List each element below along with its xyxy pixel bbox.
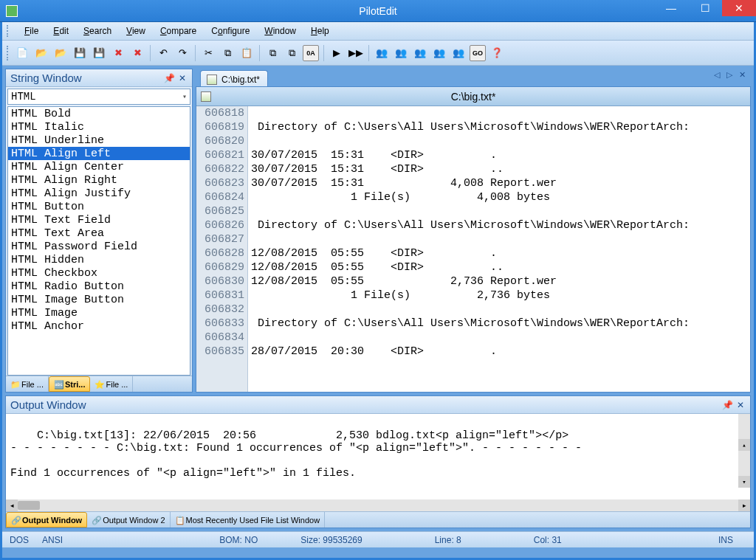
- open-folder2-icon[interactable]: 📂: [52, 45, 69, 61]
- string-list-item[interactable]: HTML Text Area: [8, 227, 190, 240]
- string-window-panel: String Window 📌 ✕ HTML ▾ HTML BoldHTML I…: [5, 69, 193, 393]
- document-icon: [201, 91, 211, 102]
- group5-icon[interactable]: 👥: [450, 45, 467, 61]
- scroll-up-icon[interactable]: ▴: [738, 439, 750, 451]
- fast-fwd-icon[interactable]: ▶▶: [348, 45, 364, 61]
- help-icon[interactable]: ❓: [489, 45, 505, 61]
- redo-icon[interactable]: ↷: [174, 45, 190, 61]
- hex-icon[interactable]: 0A: [303, 45, 319, 61]
- status-bom: BOM: NO: [219, 535, 258, 545]
- tab-icon: 📁: [10, 380, 19, 389]
- output-text: C:\big.txt[13]: 22/06/2015 20:56 2,530 b…: [10, 429, 582, 480]
- editor-tab-label: C:\big.txt*: [221, 75, 260, 85]
- editor-tab[interactable]: C:\big.txt*: [200, 70, 268, 86]
- pin-icon[interactable]: 📌: [164, 73, 174, 83]
- editor-panel: C:\big.txt* ◁ ▷ ✕ C:\big.txt* 606818 606…: [196, 69, 751, 393]
- string-list-item[interactable]: HTML Password Field: [8, 240, 190, 253]
- scroll-right-icon[interactable]: ▸: [738, 499, 750, 511]
- tab-icon: 🔗: [11, 516, 20, 525]
- string-list-item[interactable]: HTML Align Right: [8, 173, 190, 187]
- maximize-button[interactable]: ☐: [688, 0, 722, 16]
- editor-body: C:\big.txt* 606818 606819 606820 606821 …: [196, 86, 751, 393]
- scroll-thumb[interactable]: [18, 501, 40, 510]
- toolbar: 📄📂📂💾💾✖✖↶↷✂⧉📋⧉⧉0A▶▶▶👥👥👥👥👥GO❓: [2, 41, 754, 66]
- string-list-item[interactable]: HTML Align Left: [8, 147, 190, 160]
- group2-icon[interactable]: 👥: [393, 45, 409, 61]
- paste-doc-icon[interactable]: ⧉: [284, 45, 300, 61]
- status-line: Line: 8: [435, 535, 461, 545]
- menu-help[interactable]: Help: [308, 24, 332, 38]
- string-list-item[interactable]: HTML Image Button: [8, 293, 190, 306]
- editor-content[interactable]: 606818 606819 606820 606821 606822 60682…: [196, 106, 750, 392]
- save-all-icon[interactable]: 💾: [91, 45, 107, 61]
- undo-icon[interactable]: ↶: [155, 45, 171, 61]
- string-list-item[interactable]: HTML Underline: [8, 134, 190, 147]
- document-icon: [207, 75, 217, 85]
- string-list-item[interactable]: HTML Hidden: [8, 253, 190, 266]
- output-tab[interactable]: 📋Most Recently Used File List Window: [171, 512, 326, 528]
- menu-window[interactable]: Window: [261, 24, 299, 38]
- menu-file[interactable]: File: [21, 24, 41, 38]
- status-bar: DOS ANSI BOM: NO Size: 99535269 Line: 8 …: [2, 531, 754, 547]
- menu-bar: File Edit Search View Compare Configure …: [2, 22, 754, 41]
- status-encoding2: ANSI: [42, 535, 63, 545]
- string-window-tab[interactable]: 📁File ...: [6, 376, 49, 392]
- string-list-item[interactable]: HTML Checkbox: [8, 266, 190, 280]
- group3-icon[interactable]: 👥: [412, 45, 428, 61]
- string-list-item[interactable]: HTML Italic: [8, 120, 190, 134]
- string-list-item[interactable]: HTML Bold: [8, 107, 190, 120]
- menu-compare[interactable]: Compare: [157, 24, 199, 38]
- app-icon: [6, 5, 18, 17]
- string-list-item[interactable]: HTML Anchor: [8, 319, 190, 333]
- output-title-bar: Output Window 📌 ✕: [6, 396, 750, 414]
- status-encoding1: DOS: [10, 535, 29, 545]
- new-file-icon[interactable]: 📄: [14, 45, 30, 61]
- output-tab[interactable]: 🔗Output Window: [6, 512, 87, 528]
- string-window-tab[interactable]: ⭐File ...: [90, 376, 133, 392]
- close-panel-icon[interactable]: ✕: [735, 400, 746, 410]
- group1-icon[interactable]: 👥: [374, 45, 390, 61]
- play-icon[interactable]: ▶: [329, 45, 345, 61]
- horizontal-scrollbar[interactable]: ◂ ▸: [6, 499, 750, 511]
- tab-icon: 📋: [175, 516, 184, 525]
- close-panel-icon[interactable]: ✕: [177, 73, 188, 83]
- menu-edit[interactable]: Edit: [50, 24, 72, 38]
- string-list-item[interactable]: HTML Radio Button: [8, 280, 190, 293]
- close-button[interactable]: ✕: [722, 0, 756, 16]
- string-list-item[interactable]: HTML Button: [8, 200, 190, 213]
- scroll-left-icon[interactable]: ◂: [6, 499, 18, 511]
- toolbar-separator: [368, 45, 369, 61]
- string-window-tab[interactable]: 🔤Stri...: [49, 376, 91, 392]
- minimize-button[interactable]: —: [654, 0, 688, 16]
- group4-icon[interactable]: 👥: [431, 45, 447, 61]
- output-tab[interactable]: 🔗Output Window 2: [87, 512, 170, 528]
- open-folder-icon[interactable]: 📂: [33, 45, 49, 61]
- output-tabs: 🔗Output Window🔗Output Window 2📋Most Rece…: [6, 511, 750, 528]
- pin-icon[interactable]: 📌: [722, 400, 732, 410]
- scroll-down-icon[interactable]: ▾: [738, 476, 750, 488]
- close-red-icon[interactable]: ✖: [110, 45, 126, 61]
- menu-search[interactable]: Search: [80, 24, 114, 38]
- string-list-item[interactable]: HTML Text Field: [8, 213, 190, 227]
- string-list-item[interactable]: HTML Align Justify: [8, 187, 190, 200]
- code-area[interactable]: Directory of C:\Users\All Users\Microsof…: [248, 106, 750, 392]
- save-icon[interactable]: 💾: [72, 45, 88, 61]
- menu-view[interactable]: View: [123, 24, 148, 38]
- string-list[interactable]: HTML BoldHTML ItalicHTML UnderlineHTML A…: [7, 106, 190, 376]
- tab-nav-controls[interactable]: ◁ ▷ ✕: [714, 70, 748, 80]
- go-icon[interactable]: GO: [470, 45, 486, 61]
- close-all-icon[interactable]: ✖: [129, 45, 145, 61]
- menu-configure[interactable]: Configure: [208, 24, 252, 38]
- paste-icon[interactable]: 📋: [238, 45, 255, 61]
- document-title: C:\big.txt*: [451, 91, 496, 103]
- string-category-combo[interactable]: HTML ▾: [7, 89, 190, 105]
- copy-icon[interactable]: ⧉: [219, 45, 236, 61]
- editor-tab-bar: C:\big.txt* ◁ ▷ ✕: [196, 69, 751, 86]
- output-content[interactable]: C:\big.txt[13]: 22/06/2015 20:56 2,530 b…: [6, 414, 750, 499]
- copy-doc-icon[interactable]: ⧉: [264, 45, 281, 61]
- menu-grip-icon: [7, 25, 10, 37]
- string-list-item[interactable]: HTML Align Center: [8, 160, 190, 173]
- cut-icon[interactable]: ✂: [200, 45, 216, 61]
- string-list-item[interactable]: HTML Image: [8, 306, 190, 319]
- vertical-scrollbar[interactable]: ▴ ▾: [738, 414, 750, 488]
